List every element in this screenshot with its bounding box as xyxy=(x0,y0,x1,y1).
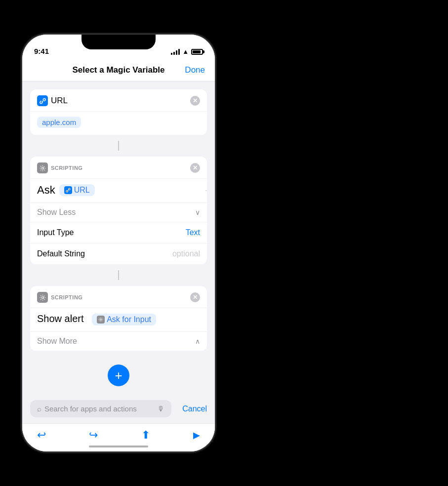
url-pill-icon xyxy=(64,186,72,194)
link-pill-icon xyxy=(66,188,71,193)
show-more-row[interactable]: Show More ∧ xyxy=(30,331,207,351)
search-bar-inner: ⌕ Search for apps and actions xyxy=(37,405,153,413)
url-card-close[interactable]: ✕ xyxy=(190,96,200,106)
show-less-row[interactable]: Show Less ∨ xyxy=(30,202,207,222)
ask-prefix: Ask xyxy=(37,184,55,197)
input-type-value: Text xyxy=(186,228,200,237)
scripting-icon-2 xyxy=(37,292,48,303)
url-value-pill[interactable]: apple.com xyxy=(37,117,81,128)
status-icons: ▲ xyxy=(171,48,203,55)
ask-row: Ask URL xyxy=(30,179,207,202)
scroll-area[interactable]: URL ✕ apple.com xyxy=(22,81,215,396)
scripting-icon-1 xyxy=(37,162,48,173)
default-string-row[interactable]: Default String optional xyxy=(30,243,207,264)
share-button[interactable]: ⬆ xyxy=(141,429,150,442)
svg-point-0 xyxy=(41,167,43,169)
url-magic-pill[interactable]: URL xyxy=(59,184,95,196)
ask-card-header-left: SCRIPTING xyxy=(37,162,82,173)
show-alert-prefix: Show alert Ask for Input xyxy=(37,313,156,324)
show-alert-scripting-label: SCRIPTING xyxy=(51,294,82,300)
notch xyxy=(81,35,156,49)
chevron-down-icon: ∨ xyxy=(195,208,200,216)
home-indicator xyxy=(89,446,148,447)
search-placeholder: Search for apps and actions xyxy=(44,405,153,413)
status-time: 9:41 xyxy=(34,47,49,55)
search-icon: ⌕ xyxy=(37,405,41,413)
search-bar-container: ⌕ Search for apps and actions 🎙 Cancel xyxy=(22,396,215,423)
url-label: URL xyxy=(51,96,68,106)
gear-icon xyxy=(40,165,46,171)
show-alert-card: SCRIPTING ✕ Show alert xyxy=(30,286,207,351)
play-button[interactable]: ▶ xyxy=(193,430,200,441)
input-type-label: Input Type xyxy=(37,228,74,237)
wifi-icon: ▲ xyxy=(182,48,189,55)
show-more-label: Show More xyxy=(37,337,77,346)
card-divider-2 xyxy=(30,270,207,280)
gear-icon-2 xyxy=(40,294,46,301)
nav-title: Select a Magic Variable xyxy=(72,65,164,75)
mic-icon[interactable]: 🎙 xyxy=(157,405,164,413)
ask-card: SCRIPTING ✕ Ask URL xyxy=(30,157,207,264)
done-button[interactable]: Done xyxy=(185,65,205,75)
url-card-header-left: URL xyxy=(37,95,68,106)
cancel-button[interactable]: Cancel xyxy=(176,405,207,413)
link-icon xyxy=(40,98,46,104)
redo-button[interactable]: ↪ xyxy=(89,429,98,442)
add-action-button[interactable]: + xyxy=(108,364,129,386)
url-pill-label: URL xyxy=(74,186,90,195)
url-card: URL ✕ apple.com xyxy=(30,89,207,135)
show-alert-card-header: SCRIPTING ✕ xyxy=(30,286,207,308)
svg-point-1 xyxy=(41,296,43,298)
search-bar-wrapper: ⌕ Search for apps and actions 🎙 Cancel xyxy=(30,400,207,417)
signal-icon xyxy=(171,49,180,55)
show-alert-header-left: SCRIPTING xyxy=(37,292,82,303)
battery-icon xyxy=(191,49,203,55)
ask-for-input-pill[interactable]: Ask for Input xyxy=(92,314,156,325)
ask-card-header: SCRIPTING ✕ xyxy=(30,157,207,179)
search-bar[interactable]: ⌕ Search for apps and actions 🎙 xyxy=(30,400,171,417)
input-type-row[interactable]: Input Type Text xyxy=(30,222,207,243)
spacer xyxy=(30,392,207,396)
screen-content: Select a Magic Variable Done U xyxy=(22,59,215,451)
connector-line xyxy=(205,191,207,191)
show-alert-row: Show alert Ask for Input xyxy=(30,308,207,331)
ask-scripting-label: SCRIPTING xyxy=(51,165,82,171)
ask-for-input-icon xyxy=(97,316,105,324)
default-string-label: Default String xyxy=(37,249,85,258)
add-button-row: + xyxy=(30,357,207,392)
default-string-placeholder: optional xyxy=(172,249,200,258)
card-divider-1 xyxy=(30,141,207,151)
show-alert-text-label: Show alert xyxy=(37,313,84,324)
nav-bar: Select a Magic Variable Done xyxy=(22,59,215,81)
divider-dot-2 xyxy=(118,270,119,280)
svg-point-2 xyxy=(100,319,102,321)
ask-card-close[interactable]: ✕ xyxy=(190,163,200,173)
chevron-up-icon: ∧ xyxy=(195,337,200,345)
show-alert-card-close[interactable]: ✕ xyxy=(190,292,200,302)
divider-dot-1 xyxy=(118,141,119,151)
add-button-label: + xyxy=(115,369,122,382)
show-less-label: Show Less xyxy=(37,208,76,217)
url-icon-badge xyxy=(37,95,48,106)
url-card-header: URL ✕ xyxy=(30,89,207,112)
url-card-body: apple.com xyxy=(30,112,207,135)
gear-pill-icon xyxy=(98,317,103,322)
undo-button[interactable]: ↩ xyxy=(37,429,46,442)
ask-for-input-label: Ask for Input xyxy=(107,315,151,324)
